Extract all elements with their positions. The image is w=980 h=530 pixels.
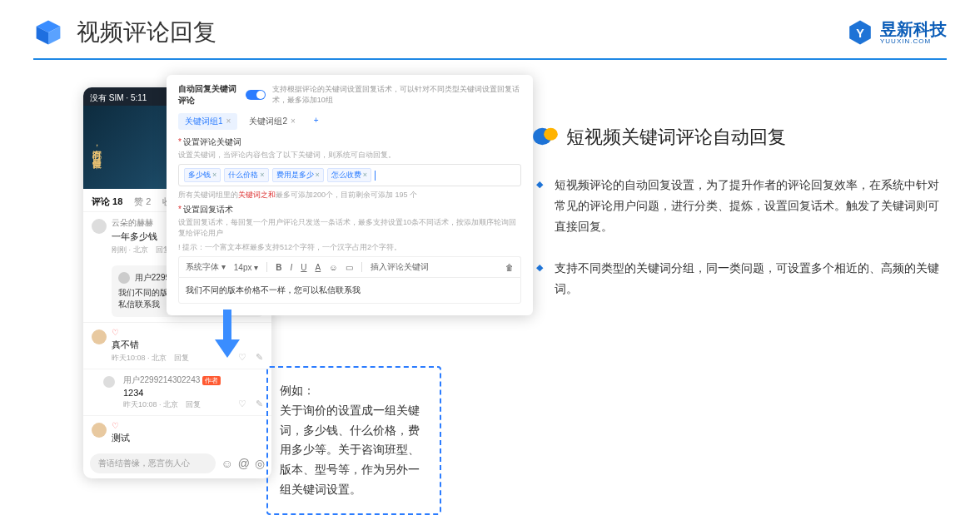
right-column: 短视频关键词评论自动回复 短视频评论的自动回复设置，为了提升作者的评论回复效率，… <box>533 125 947 319</box>
emoji-button[interactable]: ☺ <box>329 263 337 272</box>
video-caption: 有时心有沉，但笑口常开 <box>90 143 104 152</box>
header-rule <box>33 58 947 60</box>
bullet-item: 支持不同类型的关键词分组，同一类问题，可设置多个相近的、高频的关键词。 <box>555 258 947 300</box>
keyword-tag[interactable]: 什么价格× <box>224 168 268 182</box>
image-button[interactable]: ▭ <box>346 263 353 272</box>
like-icon[interactable]: ♡ ✎ <box>238 351 263 364</box>
tab-comments[interactable]: 评论 18 <box>92 196 122 208</box>
add-group-button[interactable]: + <box>307 113 326 130</box>
comment-input[interactable]: 善语结善缘，恶言伤人心 <box>90 453 216 473</box>
comment-name: ♡ <box>112 328 263 337</box>
emoji-icon[interactable]: ☺ <box>221 457 232 470</box>
auto-reply-toggle[interactable] <box>246 90 266 100</box>
brand-text: 昱新科技 <box>880 21 947 37</box>
chat-bubble-icon <box>533 126 558 148</box>
svg-rect-5 <box>223 310 231 341</box>
brand-subtext: YUUXIN.COM <box>880 37 947 45</box>
bold-button[interactable]: B <box>276 263 281 272</box>
keyword-tag[interactable]: 多少钱× <box>184 168 221 182</box>
brand-logo: Y 昱新科技 YUUXIN.COM <box>847 19 947 46</box>
avatar <box>92 219 107 234</box>
editor-title: 自动回复关键词评论 <box>178 83 239 106</box>
svg-point-8 <box>544 128 558 141</box>
italic-button[interactable]: I <box>290 263 292 272</box>
field-label: *设置评论关键词 <box>178 136 521 148</box>
comment-item: ♡ 测试 <box>83 415 271 451</box>
rich-toolbar: 系统字体 ▾ 14px ▾ B I U A ☺ ▭ 插入评论关键词 🗑 <box>178 256 521 277</box>
bullet-item: 短视频评论的自动回复设置，为了提升作者的评论回复效率，在系统中针对常见的评论用户… <box>555 175 947 238</box>
at-icon[interactable]: @ <box>238 457 250 470</box>
field-label: *设置回复话术 <box>178 204 521 215</box>
example-box: 例如： 关于询价的设置成一组关键词，多少钱、什么价格，费用多少等。关于咨询班型、… <box>266 366 441 515</box>
send-icon[interactable]: ◎ <box>255 457 265 470</box>
section-heading-row: 短视频关键词评论自动回复 <box>533 125 947 150</box>
color-button[interactable]: A <box>316 263 321 272</box>
keyword-tag-input[interactable]: 多少钱× 什么价格× 费用是多少× 怎么收费× <box>178 164 521 186</box>
nested-reply: 用户2299214302243作者 1234 昨天10:08 · 北京 回复 ♡… <box>83 369 271 415</box>
example-lead: 例如： <box>280 381 428 401</box>
keyword-tab[interactable]: 关键词组1× <box>178 113 237 130</box>
comment-name: ♡ <box>112 421 263 430</box>
comment-body: 测试 <box>112 432 263 444</box>
font-select[interactable]: 系统字体 ▾ <box>186 261 226 273</box>
keyword-tag[interactable]: 费用是多少× <box>272 168 324 182</box>
avatar <box>92 423 107 438</box>
char-limit-hint: ! 提示：一个富文本框最多支持512个字符，一个汉字占用2个字符。 <box>178 242 521 253</box>
keyword-limit-hint: 所有关键词组里的关键词之和最多可添加200个，目前剩余可添加 195 个 <box>178 190 521 201</box>
reply-body: 1234 <box>123 388 263 398</box>
input-cursor <box>375 171 376 181</box>
insert-keyword-button[interactable]: 插入评论关键词 <box>371 261 429 273</box>
avatar <box>118 272 130 284</box>
comment-input-bar: 善语结善缘，恶言伤人心 ☺ @ ◎ <box>90 453 265 473</box>
svg-text:Y: Y <box>856 27 864 40</box>
avatar <box>92 329 107 344</box>
keyword-group-tabs: 关键词组1× 关键词组2× + <box>178 113 521 130</box>
tab-likes[interactable]: 赞 2 <box>134 196 151 208</box>
reply-editor[interactable]: 我们不同的版本价格不一样，您可以私信联系我 <box>178 277 521 304</box>
cube-icon <box>33 17 63 47</box>
keyword-tab[interactable]: 关键词组2× <box>242 113 301 130</box>
section-title: 短视频关键词评论自动回复 <box>566 125 786 150</box>
delete-button[interactable]: 🗑 <box>505 263 514 272</box>
comment-body: 真不错 <box>112 339 263 351</box>
editor-hint: 支持根据评论的关键词设置回复话术，可以针对不同类型关键词设置回复话术，最多添加1… <box>272 84 521 106</box>
like-icon[interactable]: ♡ ✎ <box>238 398 263 410</box>
close-icon[interactable]: × <box>226 116 231 126</box>
field-hint: 设置回复话术，每回复一个用户评论只发送一条话术，最多支持设置10条不同话术，按添… <box>178 217 521 239</box>
brand-icon: Y <box>847 19 873 46</box>
field-hint: 设置关键词，当评论内容包含了以下关键词，则系统可自动回复。 <box>178 150 521 161</box>
keyword-editor-panel: 自动回复关键词评论 支持根据评论的关键词设置回复话术，可以针对不同类型关键词设置… <box>167 75 533 315</box>
page-title: 视频评论回复 <box>77 17 216 48</box>
example-body: 关于询价的设置成一组关键词，多少钱、什么价格，费用多少等。关于咨询班型、版本、型… <box>280 401 428 500</box>
page-header: 视频评论回复 Y 昱新科技 YUUXIN.COM <box>0 0 980 58</box>
size-select[interactable]: 14px ▾ <box>234 263 258 272</box>
reply-name: 用户2299214302243作者 <box>123 374 263 386</box>
underline-button[interactable]: U <box>301 263 306 272</box>
arrow-down-icon <box>215 310 240 359</box>
svg-marker-6 <box>215 339 240 358</box>
avatar <box>103 376 115 388</box>
comment-item: ♡ 真不错 昨天10:08 · 北京 回复 ♡ ✎ <box>83 322 271 369</box>
keyword-tag[interactable]: 怎么收费× <box>327 168 371 182</box>
close-icon[interactable]: × <box>291 116 296 126</box>
